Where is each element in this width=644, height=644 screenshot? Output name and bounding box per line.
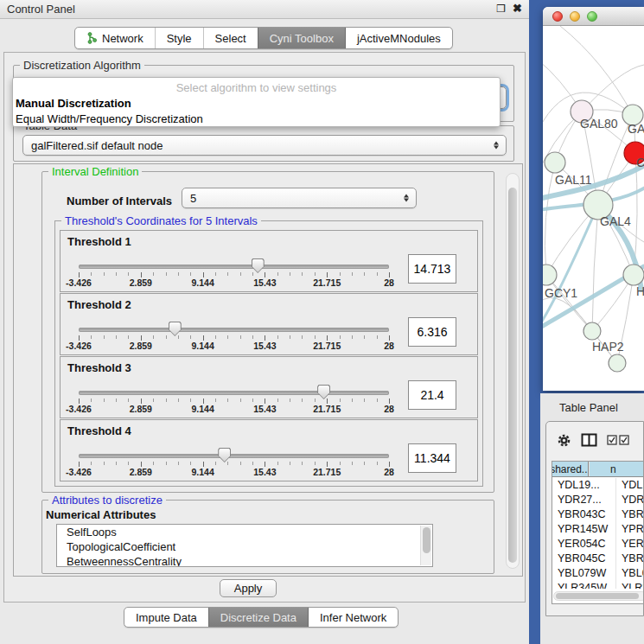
threshold-2-slider[interactable]: -3.4262.8599.14415.4321.71528 xyxy=(79,326,389,352)
column-header-shared-name[interactable]: shared... xyxy=(552,462,589,476)
threshold-2-label: Threshold 2 xyxy=(67,298,131,311)
table-row[interactable]: YDR27...YDR2 xyxy=(552,493,644,507)
network-edge xyxy=(545,163,555,275)
table-cell[interactable]: YLR345W xyxy=(552,581,615,589)
table-cell[interactable]: YDL19... xyxy=(552,478,615,493)
node-bottom[interactable] xyxy=(609,354,626,372)
slider-track[interactable] xyxy=(79,265,389,269)
settings-scrollpane: Interval Definition Number of Intervals … xyxy=(13,163,523,577)
split-columns-icon[interactable] xyxy=(581,433,597,447)
tab-label: jActiveMNodules xyxy=(357,32,441,45)
table-cell[interactable]: YDR2 xyxy=(615,493,644,507)
threshold-1-value-field[interactable]: 14.713 xyxy=(408,254,456,284)
apply-button[interactable]: Apply xyxy=(220,579,277,597)
network-canvas[interactable]: GAL80GACGAL11GAL4GCY1HHAP2 xyxy=(543,26,644,385)
network-canvas-svg: GAL80GACGAL11GAL4GCY1HHAP2 xyxy=(543,26,644,385)
tick-label: 21.715 xyxy=(313,467,341,477)
table-row[interactable]: YLR345WYLR3 xyxy=(552,581,644,589)
tab-infer-network[interactable]: Infer Network xyxy=(308,608,398,627)
tab-style[interactable]: Style xyxy=(155,28,203,48)
tab-discretize-data[interactable]: Discretize Data xyxy=(208,608,308,627)
slider-ticks xyxy=(79,335,389,341)
threshold-2-value-field[interactable]: 6.316 xyxy=(408,317,456,347)
table-header-row: shared... n xyxy=(552,462,644,477)
algorithm-dropdown-popup: Select algorithm to view settings Manual… xyxy=(12,77,501,127)
close-traffic-light-icon[interactable] xyxy=(552,11,563,22)
dropdown-placeholder-option[interactable]: Select algorithm to view settings xyxy=(13,80,500,96)
tick-label: 28 xyxy=(384,404,394,414)
tab-impute-data[interactable]: Impute Data xyxy=(124,608,208,627)
tick-label: 21.715 xyxy=(313,404,341,414)
zoom-traffic-light-icon[interactable] xyxy=(587,11,597,22)
tab-network[interactable]: Network xyxy=(75,28,155,48)
threshold-4-panel: Threshold 4 -3.4262.8599.14415.4321.7152… xyxy=(60,419,478,481)
column-header-name[interactable]: n xyxy=(589,462,644,476)
network-tree-icon xyxy=(86,32,98,44)
node-gal11[interactable] xyxy=(545,152,565,173)
table-row[interactable]: YDL19...YDL1 xyxy=(552,478,644,493)
node-label-c: C xyxy=(636,156,644,169)
table-cell[interactable]: YBL0 xyxy=(615,566,644,581)
table-cell[interactable]: YDR27... xyxy=(552,493,615,507)
threshold-4-slider[interactable]: -3.4262.8599.14415.4321.71528 xyxy=(79,452,389,478)
checkbox-icons[interactable] xyxy=(607,435,629,445)
slider-track[interactable] xyxy=(79,391,389,395)
threshold-4-value-field[interactable]: 11.344 xyxy=(408,443,456,473)
network-window-titlebar[interactable] xyxy=(543,7,644,26)
gear-icon[interactable] xyxy=(557,433,571,448)
table-cell[interactable]: YDL1 xyxy=(615,478,644,493)
close-window-icon[interactable]: ✖ xyxy=(513,2,522,15)
table-cell[interactable]: YPR145W xyxy=(552,522,615,537)
tab-label: Select xyxy=(215,32,246,45)
slider-tick-labels: -3.4262.8599.14415.4321.71528 xyxy=(79,404,389,414)
table-row[interactable]: YER054CYER0 xyxy=(552,537,644,552)
dropdown-option-equal-width[interactable]: Equal Width/Frequency Discretization xyxy=(13,112,500,127)
table-data-combobox[interactable]: galFiltered.sif default node xyxy=(22,135,507,156)
node-hap2[interactable] xyxy=(583,322,601,340)
numerical-attributes-label: Numerical Attributes xyxy=(46,508,156,521)
tick-label: 2.859 xyxy=(130,277,152,288)
control-panel-content: Discretization Algorithm Select algorith… xyxy=(3,52,526,603)
table-cell[interactable]: YBR043C xyxy=(552,507,615,522)
tick-label: 2.859 xyxy=(130,404,152,414)
interval-definition-title: Interval Definition xyxy=(48,165,142,178)
table-cell[interactable]: YBL079W xyxy=(552,566,615,581)
attribute-list-scrollbar[interactable] xyxy=(420,526,431,565)
threshold-3-value-field[interactable]: 21.4 xyxy=(408,380,456,410)
table-cell[interactable]: YBR0 xyxy=(615,552,644,566)
tab-jactivemnodules[interactable]: jActiveMNodules xyxy=(345,28,452,48)
tick-label: 28 xyxy=(384,341,394,351)
threshold-3-slider[interactable]: -3.4262.8599.14415.4321.71528 xyxy=(79,389,389,415)
number-of-intervals-combobox[interactable]: 5 xyxy=(182,188,417,208)
table-row[interactable]: YBR045CYBR0 xyxy=(552,552,644,566)
table-cell[interactable]: YER0 xyxy=(615,537,644,552)
threshold-4-label: Threshold 4 xyxy=(67,424,131,437)
threshold-1-slider[interactable]: -3.4262.8599.14415.4321.71528 xyxy=(79,263,389,289)
float-window-icon[interactable]: ❒ xyxy=(496,3,506,15)
slider-track[interactable] xyxy=(79,454,389,458)
table-cell[interactable]: YBR045C xyxy=(552,552,615,566)
table-cell[interactable]: YER054C xyxy=(552,537,615,552)
tab-label: Cyni Toolbox xyxy=(270,32,334,45)
attributes-group-title: Attributes to discretize xyxy=(48,494,166,507)
table-cell[interactable]: YLR3 xyxy=(615,581,644,589)
table-cell[interactable]: YBR0 xyxy=(615,507,644,522)
table-row[interactable]: YBL079WYBL0 xyxy=(552,566,644,581)
attribute-list-item[interactable]: SelfLoops xyxy=(57,525,432,539)
tab-select[interactable]: Select xyxy=(203,28,258,48)
settings-vertical-scrollbar[interactable] xyxy=(506,173,520,569)
table-horizontal-scrollbar[interactable] xyxy=(553,591,644,601)
node-gcy1[interactable] xyxy=(543,265,557,285)
table-row[interactable]: YBR043CYBR0 xyxy=(552,507,644,522)
table-row[interactable]: YPR145WYPR1 xyxy=(552,522,644,537)
minimize-traffic-light-icon[interactable] xyxy=(570,11,580,22)
attribute-list-item[interactable]: TopologicalCoefficient xyxy=(57,539,432,554)
tick-label: 21.715 xyxy=(313,277,341,288)
table-cell[interactable]: YPR1 xyxy=(615,522,644,537)
tab-cyni-toolbox[interactable]: Cyni Toolbox xyxy=(258,28,345,48)
threshold-coordinates-group: Threshold's Coordinates for 5 Intervals … xyxy=(54,220,483,487)
slider-track[interactable] xyxy=(79,328,389,332)
attribute-list-item[interactable]: BetweennessCentrality xyxy=(57,554,432,567)
node-h[interactable] xyxy=(623,265,644,285)
dropdown-option-manual[interactable]: Manual Discretization xyxy=(13,96,500,112)
